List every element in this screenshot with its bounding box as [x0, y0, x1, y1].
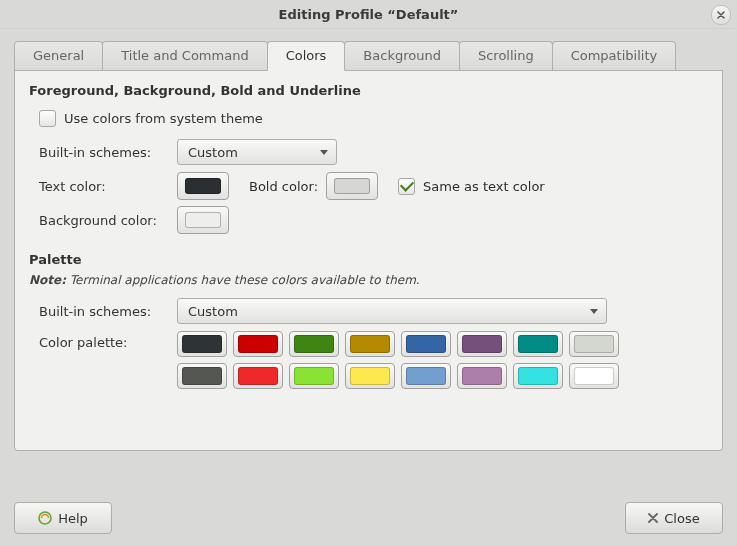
use-system-theme-label: Use colors from system theme: [64, 111, 263, 126]
palette-swatch: [350, 335, 390, 353]
palette-note: Note: Terminal applications have these c…: [29, 273, 708, 287]
palette-swatch: [518, 335, 558, 353]
same-as-text-label: Same as text color: [423, 179, 545, 194]
palette-color-5[interactable]: [457, 331, 507, 357]
tab-row: GeneralTitle and CommandColorsBackground…: [14, 41, 723, 71]
palette-swatch: [238, 367, 278, 385]
help-button-label: Help: [58, 511, 88, 526]
close-button-label: Close: [664, 511, 699, 526]
palette-swatch: [406, 335, 446, 353]
palette-swatch: [294, 335, 334, 353]
text-color-label: Text color:: [39, 179, 169, 194]
palette-color-12[interactable]: [401, 363, 451, 389]
text-color-swatch: [185, 178, 221, 194]
palette-swatch: [238, 335, 278, 353]
palette-heading: Palette: [29, 252, 708, 267]
help-button[interactable]: Help: [14, 502, 112, 534]
tab-strip: GeneralTitle and CommandColorsBackground…: [14, 41, 723, 71]
tab-general[interactable]: General: [14, 41, 103, 70]
palette-color-1[interactable]: [233, 331, 283, 357]
chevron-down-icon: [320, 150, 328, 155]
palette-color-6[interactable]: [513, 331, 563, 357]
palette-swatch: [182, 335, 222, 353]
close-button[interactable]: Close: [625, 502, 723, 534]
palette-swatch: [294, 367, 334, 385]
palette-color-10[interactable]: [289, 363, 339, 389]
palette-scheme-label: Built-in schemes:: [39, 304, 169, 319]
dialog-footer: Help Close: [14, 502, 723, 534]
text-color-button[interactable]: [177, 172, 229, 200]
background-color-label: Background color:: [39, 213, 169, 228]
background-color-swatch: [185, 212, 221, 228]
use-system-theme-row: Use colors from system theme: [39, 104, 708, 132]
palette-swatch: [350, 367, 390, 385]
tab-background[interactable]: Background: [344, 41, 460, 70]
palette-grid-label: Color palette:: [39, 331, 169, 350]
palette-swatch: [462, 367, 502, 385]
builtin-scheme-dropdown[interactable]: Custom: [177, 139, 337, 165]
tab-scrolling[interactable]: Scrolling: [459, 41, 553, 70]
palette-color-7[interactable]: [569, 331, 619, 357]
palette-color-3[interactable]: [345, 331, 395, 357]
titlebar-title: Editing Profile “Default”: [279, 7, 459, 22]
palette-color-0[interactable]: [177, 331, 227, 357]
close-icon: [648, 513, 658, 523]
content-area: GeneralTitle and CommandColorsBackground…: [0, 29, 737, 451]
close-icon: [717, 11, 725, 19]
palette-scheme-value: Custom: [188, 304, 238, 319]
dialog-window: Editing Profile “Default” GeneralTitle a…: [0, 0, 737, 546]
palette-grid: [177, 331, 619, 389]
palette-swatch: [462, 335, 502, 353]
palette-color-11[interactable]: [345, 363, 395, 389]
palette-color-13[interactable]: [457, 363, 507, 389]
bold-color-label: Bold color:: [249, 179, 318, 194]
tab-title-and-command[interactable]: Title and Command: [102, 41, 267, 70]
palette-scheme-dropdown[interactable]: Custom: [177, 298, 607, 324]
palette-color-15[interactable]: [569, 363, 619, 389]
text-color-row: Text color: Bold color: Same as text col…: [39, 172, 708, 200]
chevron-down-icon: [590, 309, 598, 314]
palette-swatch: [574, 335, 614, 353]
palette-swatch: [182, 367, 222, 385]
use-system-theme-checkbox[interactable]: [39, 110, 56, 127]
same-as-text-checkbox[interactable]: [398, 178, 415, 195]
palette-swatch: [518, 367, 558, 385]
tab-colors[interactable]: Colors: [267, 41, 346, 71]
builtin-scheme-label: Built-in schemes:: [39, 145, 169, 160]
palette-note-text: Terminal applications have these colors …: [70, 273, 420, 287]
palette-color-14[interactable]: [513, 363, 563, 389]
palette-color-9[interactable]: [233, 363, 283, 389]
palette-color-2[interactable]: [289, 331, 339, 357]
fgbg-heading: Foreground, Background, Bold and Underli…: [29, 83, 708, 98]
titlebar: Editing Profile “Default”: [0, 0, 737, 29]
bold-color-swatch: [334, 178, 370, 194]
window-close-button[interactable]: [711, 5, 731, 25]
palette-swatch: [574, 367, 614, 385]
builtin-scheme-row: Built-in schemes: Custom: [39, 138, 708, 166]
palette-note-label: Note:: [29, 273, 66, 287]
palette-grid-row: Color palette:: [39, 331, 708, 389]
background-color-row: Background color:: [39, 206, 708, 234]
bold-color-button[interactable]: [326, 172, 378, 200]
background-color-button[interactable]: [177, 206, 229, 234]
palette-color-8[interactable]: [177, 363, 227, 389]
builtin-scheme-value: Custom: [188, 145, 238, 160]
palette-swatch: [406, 367, 446, 385]
tab-compatibility[interactable]: Compatibility: [552, 41, 677, 70]
palette-scheme-row: Built-in schemes: Custom: [39, 297, 708, 325]
tab-panel-colors: Foreground, Background, Bold and Underli…: [14, 71, 723, 451]
help-icon: [38, 511, 52, 525]
palette-color-4[interactable]: [401, 331, 451, 357]
